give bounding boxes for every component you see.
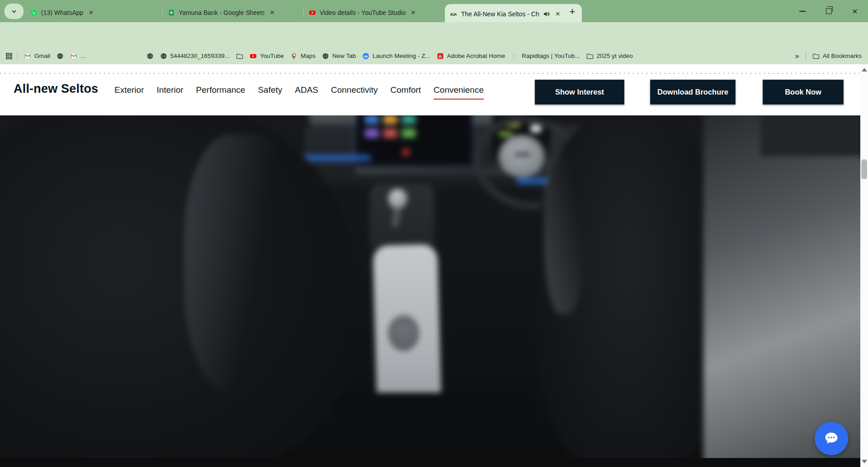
bookmark-item-7[interactable]: YouTube: [250, 52, 284, 60]
show-interest-button[interactable]: Show Interest: [535, 80, 624, 105]
scroll-down-arrow[interactable]: [862, 460, 867, 463]
close-icon: ×: [852, 6, 858, 16]
bookmarks-bar: Gmail...54448230_1659339...YouTubeMapsNe…: [0, 48, 868, 64]
page-scrollbar[interactable]: [860, 64, 868, 467]
all-bookmarks-button[interactable]: All Bookmarks: [812, 52, 862, 60]
bookmark-item-5[interactable]: 54448230_1659339...: [160, 52, 230, 60]
whatsapp-icon: [30, 9, 38, 16]
tab-audio-speaker-icon[interactable]: [543, 10, 550, 18]
browser-tab-3[interactable]: Video details - YouTube Studio×: [303, 4, 445, 21]
youtube-icon: [309, 9, 316, 16]
svg-text:KIΛ: KIΛ: [450, 12, 457, 16]
bookmarks-left: [0, 52, 18, 61]
bookmark-item-11[interactable]: AAdobe Acrobat Home: [437, 52, 505, 60]
download-brochure-button[interactable]: Download Brochure: [650, 80, 736, 105]
bookmark-label: YouTube: [260, 52, 284, 59]
bookmark-item-1[interactable]: Gmail: [24, 52, 50, 60]
globe-icon: [146, 52, 154, 60]
window-controls: ×: [789, 0, 868, 22]
svg-text:R: R: [513, 53, 517, 59]
bookmark-item-2[interactable]: [57, 52, 64, 60]
scroll-up-arrow[interactable]: [862, 68, 867, 71]
bookmark-label: Adobe Acrobat Home: [447, 52, 505, 59]
all-bookmarks-label: All Bookmarks: [823, 52, 862, 59]
maps-icon: [290, 52, 297, 60]
folder-icon: [812, 52, 820, 60]
maximize-button[interactable]: [816, 0, 842, 22]
nav-link-exterior[interactable]: Exterior: [114, 85, 144, 100]
folder-icon: [236, 52, 243, 60]
restore-icon: [826, 8, 832, 14]
tab-title: (13) WhatsApp: [41, 9, 83, 16]
tab-close-icon[interactable]: ×: [87, 8, 95, 17]
bookmark-label: Maps: [301, 52, 316, 59]
browser-tab-4[interactable]: KIΛThe All-New Kia Seltos - Ch×: [445, 4, 582, 24]
hero-video[interactable]: Trinity Panoramic Display ( 12.3″ Touchs…: [0, 115, 861, 458]
bookmark-item-6[interactable]: [236, 52, 243, 60]
chat-button[interactable]: [815, 422, 848, 455]
browser-toolbar: ← → kia.com/in/our-vehicles/seltos/showr…: [0, 22, 868, 48]
next-section-strip: [0, 458, 861, 467]
tabs-container: (13) WhatsApp×Yamuna Bank - Google Sheet…: [25, 3, 582, 22]
bookmark-item-10[interactable]: zmLaunch Meeting - Z...: [362, 52, 430, 60]
bookmark-label: 2025 yt video: [597, 52, 633, 59]
bookmark-label: Rapidtags | YouTub...: [522, 52, 580, 59]
bookmarks-right: » All Bookmarks: [795, 52, 868, 61]
bookmark-item-9[interactable]: New Tab: [322, 52, 356, 60]
bookmarks-items: Gmail...54448230_1659339...YouTubeMapsNe…: [18, 52, 633, 60]
nav-link-convenience[interactable]: Convenience: [434, 85, 484, 100]
tab-close-icon[interactable]: ×: [554, 10, 562, 18]
bookmark-item-13[interactable]: 2025 yt video: [586, 52, 633, 60]
bookmark-label: Gmail: [34, 52, 50, 59]
bookmark-item-4[interactable]: [146, 52, 154, 60]
apps-grid-icon[interactable]: [5, 52, 13, 60]
bookmarks-overflow-chevron[interactable]: »: [795, 52, 799, 61]
nav-link-comfort[interactable]: Comfort: [391, 85, 421, 100]
scrollbar-thumb[interactable]: [861, 159, 867, 179]
bookmarks-separator-2: [806, 52, 806, 61]
dotted-divider: [0, 73, 861, 74]
bookmark-item-8[interactable]: Maps: [290, 52, 316, 60]
globe-icon: [322, 52, 329, 60]
car-interior-image: [0, 115, 861, 458]
tab-title: The All-New Kia Seltos - Ch: [461, 10, 539, 18]
chat-bubble-icon: [822, 429, 840, 448]
nav-link-interior[interactable]: Interior: [156, 85, 183, 100]
bookmark-item-12[interactable]: RRapidtags | YouTub...: [511, 52, 580, 60]
globe-icon: [160, 52, 167, 60]
youtube-icon: [250, 52, 257, 60]
book-now-button[interactable]: Book Now: [763, 80, 844, 105]
gmail-icon: [24, 52, 31, 60]
nav-link-safety[interactable]: Safety: [258, 85, 282, 100]
nav-link-connectivity[interactable]: Connectivity: [331, 85, 378, 100]
browser-tab-1[interactable]: (13) WhatsApp×: [25, 4, 162, 21]
bookmark-label: New Tab: [332, 52, 356, 59]
nav-link-performance[interactable]: Performance: [196, 85, 245, 100]
svg-text:zm: zm: [364, 54, 368, 57]
new-tab-button[interactable]: +: [566, 5, 579, 18]
page-title: All-new Seltos: [14, 82, 98, 96]
tab-close-icon[interactable]: ×: [409, 8, 417, 17]
browser-tab-2[interactable]: Yamuna Bank - Google Sheets×: [162, 4, 303, 21]
gmail-icon: [70, 52, 77, 60]
sheets-icon: [168, 9, 175, 16]
acrobat-icon: A: [437, 52, 444, 60]
folder-icon: [586, 52, 594, 60]
bookmark-label: 54448230_1659339...: [170, 52, 230, 59]
svg-text:A: A: [439, 54, 442, 58]
tab-title: Yamuna Bank - Google Sheets: [179, 9, 264, 16]
browser-window: (13) WhatsApp×Yamuna Bank - Google Sheet…: [0, 0, 868, 467]
globe-icon: [57, 52, 64, 60]
minimize-button[interactable]: [789, 0, 816, 22]
site-nav: ExteriorInteriorPerformanceSafetyADASCon…: [114, 85, 484, 100]
kia-icon: KIΛ: [450, 10, 458, 18]
tab-search-button[interactable]: [5, 4, 24, 19]
close-window-button[interactable]: ×: [842, 0, 868, 22]
tab-close-icon[interactable]: ×: [268, 8, 276, 17]
bookmark-label: ...: [80, 52, 85, 59]
rapidtags-icon: R: [511, 52, 519, 60]
bookmark-label: Launch Meeting - Z...: [373, 52, 430, 59]
bookmark-item-3[interactable]: ...: [70, 52, 85, 60]
nav-link-adas[interactable]: ADAS: [295, 85, 318, 100]
chevron-down-icon: [10, 8, 18, 15]
